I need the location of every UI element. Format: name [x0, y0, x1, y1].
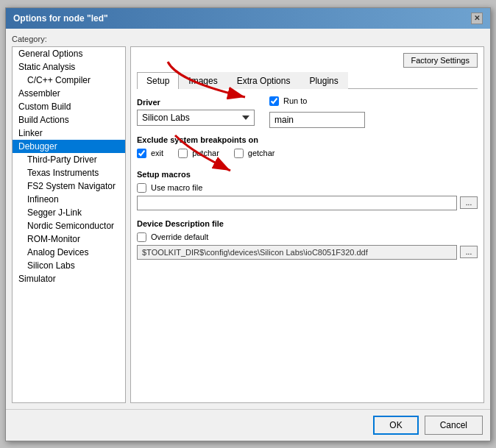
run-to-checkbox-row: Run to: [269, 96, 365, 106]
tab-images[interactable]: Images: [179, 72, 227, 89]
driver-col: Driver Silicon LabsJLINKROM-MonitorThird…: [137, 98, 255, 126]
sidebar-item-third-party-driver[interactable]: Third-Party Driver: [13, 153, 125, 166]
ok-button[interactable]: OK: [373, 416, 418, 435]
factory-settings-button[interactable]: Factory Settings: [403, 53, 478, 68]
title-bar: Options for node "led" ✕: [6, 8, 490, 29]
use-macro-file-row: Use macro file: [137, 183, 478, 193]
dialog-footer: OK Cancel: [6, 409, 490, 441]
exclude-label-getchar: getchar: [248, 149, 275, 157]
driver-run-row: Driver Silicon LabsJLINKROM-MonitorThird…: [137, 96, 478, 128]
exclude-checkbox-exit[interactable]: [137, 149, 146, 158]
sidebar-item-static-analysis[interactable]: Static Analysis: [13, 60, 125, 74]
override-default-row: Override default: [137, 232, 478, 242]
macros-section-title: Setup macros: [137, 170, 478, 179]
run-to-checkbox[interactable]: [269, 96, 279, 106]
content-panel: Factory Settings SetupImagesExtra Option…: [130, 46, 484, 403]
cancel-button[interactable]: Cancel: [425, 416, 483, 435]
run-to-col: Run to: [269, 96, 365, 128]
macros-input-row: ...: [137, 196, 478, 210]
sidebar-item-cpp-compiler[interactable]: C/C++ Compiler: [13, 74, 125, 87]
sidebar-item-analog-devices[interactable]: Analog Devices: [13, 246, 125, 259]
dialog-title: Options for node "led": [13, 13, 108, 24]
sidebar-item-segger-jlink[interactable]: Segger J-Link: [13, 206, 125, 219]
exclude-item-putchar: putchar: [178, 149, 219, 158]
exclude-checkbox-getchar[interactable]: [234, 149, 244, 158]
sidebar-item-linker[interactable]: Linker: [13, 127, 125, 140]
driver-label: Driver: [137, 98, 255, 107]
run-to-input[interactable]: [269, 112, 365, 128]
ddf-browse-button[interactable]: ...: [460, 246, 478, 258]
sidebar-item-general-options[interactable]: General Options: [13, 47, 125, 60]
dialog-body: Category: General OptionsStatic Analysis…: [6, 29, 490, 409]
tab-setup[interactable]: Setup: [137, 72, 179, 89]
macros-input[interactable]: [137, 196, 457, 210]
use-macro-file-label: Use macro file: [151, 183, 202, 192]
sidebar-item-assembler[interactable]: Assembler: [13, 87, 125, 100]
override-default-label: Override default: [151, 232, 208, 241]
tab-extra-options[interactable]: Extra Options: [227, 72, 300, 89]
options-dialog: Options for node "led" ✕ Category: Gener…: [5, 7, 491, 441]
factory-btn-row: Factory Settings: [137, 53, 478, 68]
sidebar-item-simulator[interactable]: Simulator: [13, 272, 125, 285]
ddf-input-row: ...: [137, 245, 478, 260]
ddf-path-input[interactable]: [137, 245, 457, 260]
sidebar-item-silicon-labs[interactable]: Silicon Labs: [13, 259, 125, 272]
sidebar-item-texas-instruments[interactable]: Texas Instruments: [13, 166, 125, 179]
exclude-checkbox-putchar[interactable]: [178, 149, 188, 158]
tab-plugins[interactable]: Plugins: [300, 72, 347, 89]
macros-browse-button[interactable]: ...: [460, 196, 478, 209]
sidebar-item-fs2-system-navigator[interactable]: FS2 System Navigator: [13, 179, 125, 193]
category-label: Category:: [12, 35, 484, 43]
ddf-section: Device Description file Override default…: [137, 219, 478, 260]
macros-section: Setup macros Use macro file ...: [137, 170, 478, 210]
exclude-label-putchar: putchar: [192, 149, 219, 157]
driver-select[interactable]: Silicon LabsJLINKROM-MonitorThird-Party …: [137, 110, 255, 126]
sidebar-item-build-actions[interactable]: Build Actions: [13, 113, 125, 127]
sidebar-item-debugger[interactable]: Debugger: [13, 140, 125, 153]
run-to-label: Run to: [283, 96, 307, 105]
exclude-item-exit: exit: [137, 149, 163, 158]
close-button[interactable]: ✕: [471, 13, 483, 24]
override-default-checkbox[interactable]: [137, 232, 146, 242]
exclude-section: Exclude system breakpoints on exitputcha…: [137, 135, 478, 161]
sidebar-item-infineon[interactable]: Infineon: [13, 193, 125, 206]
sidebar-item-rom-monitor[interactable]: ROM-Monitor: [13, 232, 125, 246]
main-area: General OptionsStatic AnalysisC/C++ Comp…: [12, 46, 484, 403]
exclude-checkboxes-row: exitputchargetchar: [137, 149, 478, 161]
sidebar-item-nordic-semiconductor[interactable]: Nordic Semiconductor: [13, 219, 125, 232]
exclude-section-title: Exclude system breakpoints on: [137, 135, 478, 144]
exclude-item-getchar: getchar: [234, 149, 275, 158]
use-macro-file-checkbox[interactable]: [137, 183, 146, 193]
tabs-bar: SetupImagesExtra OptionsPlugins: [137, 72, 478, 89]
exclude-label-exit: exit: [151, 149, 163, 157]
ddf-section-title: Device Description file: [137, 219, 478, 228]
sidebar: General OptionsStatic AnalysisC/C++ Comp…: [12, 46, 126, 403]
sidebar-item-custom-build[interactable]: Custom Build: [13, 100, 125, 113]
